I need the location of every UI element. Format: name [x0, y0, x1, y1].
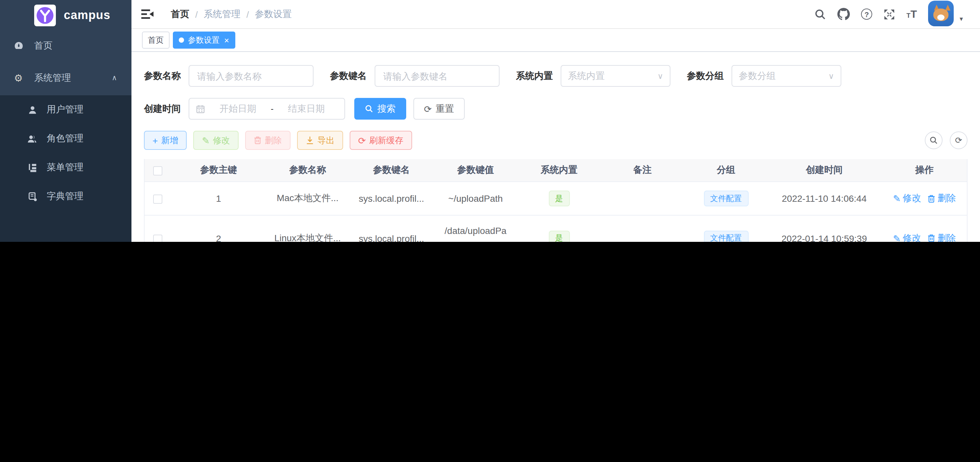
export-button-label: 导出 — [317, 134, 334, 146]
refresh-table-button[interactable]: ⟳ — [950, 132, 967, 149]
tab-home[interactable]: 首页 — [142, 32, 170, 49]
sidebar-item-label: 菜单管理 — [47, 162, 83, 173]
column-header-builtin: 系统内置 — [517, 164, 601, 176]
group-tag: 文件配置 — [704, 191, 748, 206]
plus-icon: + — [153, 136, 158, 145]
sidebar-item-users[interactable]: 用户管理 — [0, 95, 132, 124]
caret-down-icon[interactable]: ▾ — [959, 15, 963, 22]
param-name-input[interactable] — [189, 65, 313, 87]
column-header-key: 参数键名 — [349, 164, 434, 176]
filter-param-key: 参数键名 — [330, 65, 500, 87]
edit-link-label: 修改 — [903, 192, 921, 205]
sidebar-item-dict[interactable]: 字典管理 — [0, 182, 132, 211]
param-group-select[interactable]: 参数分组 ∨ — [732, 65, 841, 87]
edit-button-label: 修改 — [213, 134, 230, 146]
delete-link-label: 删除 — [938, 192, 956, 205]
user-icon — [27, 105, 37, 115]
black-mask — [0, 242, 980, 462]
dashboard-icon — [13, 41, 24, 51]
param-key-input[interactable] — [375, 65, 500, 87]
refresh-icon: ⟳ — [358, 136, 366, 145]
cell-group: 文件配置 — [684, 191, 768, 206]
add-button-label: 新增 — [161, 134, 178, 146]
edit-button[interactable]: ✎ 修改 — [193, 131, 238, 150]
param-group-label: 参数分组 — [687, 70, 724, 82]
sidebar-item-label: 系统管理 — [34, 72, 71, 84]
hamburger-icon[interactable] — [141, 8, 154, 21]
reset-button[interactable]: ⟳ 重置 — [414, 98, 465, 120]
sidebar-item-system[interactable]: ⚙ 系统管理 ∧ — [0, 60, 132, 95]
add-button[interactable]: + 新增 — [144, 131, 187, 150]
row-checkbox[interactable] — [153, 195, 162, 204]
column-header-created: 创建时间 — [768, 164, 881, 176]
table-row[interactable]: 1 Mac本地文件... sys.local.profil... ~/uploa… — [145, 182, 967, 216]
refresh-icon: ⟳ — [424, 104, 431, 113]
column-header-value: 参数键值 — [434, 164, 517, 176]
refresh-cache-button[interactable]: ⟳ 刷新缓存 — [350, 131, 412, 150]
cell-value: ~/uploadPath — [434, 193, 517, 204]
pencil-icon: ✎ — [202, 136, 209, 145]
campus-logo-icon — [34, 5, 56, 26]
export-button[interactable]: 导出 — [297, 131, 343, 150]
cell-name: Mac本地文件... — [266, 192, 349, 205]
column-header-group: 分组 — [684, 164, 768, 176]
github-icon[interactable] — [837, 8, 850, 21]
close-icon[interactable]: × — [224, 36, 229, 44]
calendar-icon — [196, 104, 205, 113]
cell-key: sys.local.profil... — [349, 193, 434, 204]
table-header-row: 参数主键 参数名称 参数键名 参数键值 系统内置 备注 分组 创建时间 操作 — [145, 159, 967, 182]
search-icon[interactable] — [815, 8, 826, 20]
sidebar-item-menus[interactable]: 菜单管理 — [0, 153, 132, 182]
select-all-cell — [145, 165, 171, 176]
end-date-placeholder: 结束日期 — [275, 103, 338, 115]
pencil-icon: ✎ — [893, 194, 900, 203]
system-builtin-select[interactable]: 系统内置 ∨ — [561, 65, 670, 87]
trash-icon — [928, 234, 935, 243]
breadcrumb: 首页 / 系统管理 / 参数设置 — [171, 8, 292, 20]
sidebar-item-home[interactable]: 首页 — [0, 31, 132, 60]
help-icon[interactable]: ? — [861, 8, 872, 20]
filter-row-2: 创建时间 开始日期 - 结束日期 — [144, 98, 967, 120]
breadcrumb-home[interactable]: 首页 — [171, 8, 189, 20]
row-edit-link[interactable]: ✎修改 — [893, 192, 921, 205]
tree-table-icon — [27, 163, 37, 173]
column-header-id: 参数主键 — [171, 164, 266, 176]
chevron-down-icon: ∨ — [657, 71, 663, 81]
breadcrumb-page: 参数设置 — [255, 8, 292, 20]
avatar-dog-ear — [945, 5, 950, 11]
filter-param-name: 参数名称 — [144, 65, 313, 87]
filter-system-builtin: 系统内置 系统内置 ∨ — [516, 65, 670, 87]
select-all-checkbox[interactable] — [153, 166, 162, 175]
tags-view-bar: 首页 参数设置 × — [132, 29, 980, 52]
sidebar-item-roles[interactable]: 角色管理 — [0, 124, 132, 153]
chevron-down-icon: ∨ — [828, 71, 834, 81]
sidebar-logo[interactable]: campus — [0, 0, 132, 31]
filter-param-group: 参数分组 参数分组 ∨ — [687, 65, 841, 87]
gear-icon: ⚙ — [13, 72, 24, 84]
navbar: 首页 / 系统管理 / 参数设置 ? — [132, 0, 980, 29]
avatar[interactable] — [928, 1, 954, 26]
breadcrumb-section: 系统管理 — [204, 8, 240, 20]
dict-icon — [27, 192, 37, 202]
show-search-button[interactable] — [925, 132, 943, 149]
font-size-icon[interactable]: TT — [906, 8, 917, 20]
fullscreen-icon[interactable] — [883, 8, 895, 20]
refresh-icon: ⟳ — [955, 136, 962, 144]
row-delete-link[interactable]: 删除 — [928, 192, 956, 205]
sidebar-item-label: 角色管理 — [47, 133, 83, 144]
tab-label: 参数设置 — [188, 35, 220, 46]
tab-param-settings[interactable]: 参数设置 × — [173, 32, 235, 49]
delete-button-label: 删除 — [265, 134, 282, 146]
date-range-input[interactable]: 开始日期 - 结束日期 — [189, 98, 345, 120]
search-button[interactable]: 搜索 — [354, 98, 406, 120]
start-date-placeholder: 开始日期 — [206, 103, 269, 115]
row-select-cell — [145, 193, 171, 204]
cell-builtin: 是 — [517, 191, 601, 206]
delete-button[interactable]: 删除 — [245, 131, 291, 150]
trash-icon — [254, 136, 262, 144]
filter-row-1: 参数名称 参数键名 系统内置 系统内置 ∨ 参数分组 — [144, 65, 967, 87]
table-toolbar: + 新增 ✎ 修改 删除 导出 — [144, 131, 967, 150]
search-icon — [929, 136, 938, 144]
main-content: 参数名称 参数键名 系统内置 系统内置 ∨ 参数分组 — [132, 52, 980, 262]
cell-created: 2022-11-10 14:06:44 — [768, 193, 881, 204]
